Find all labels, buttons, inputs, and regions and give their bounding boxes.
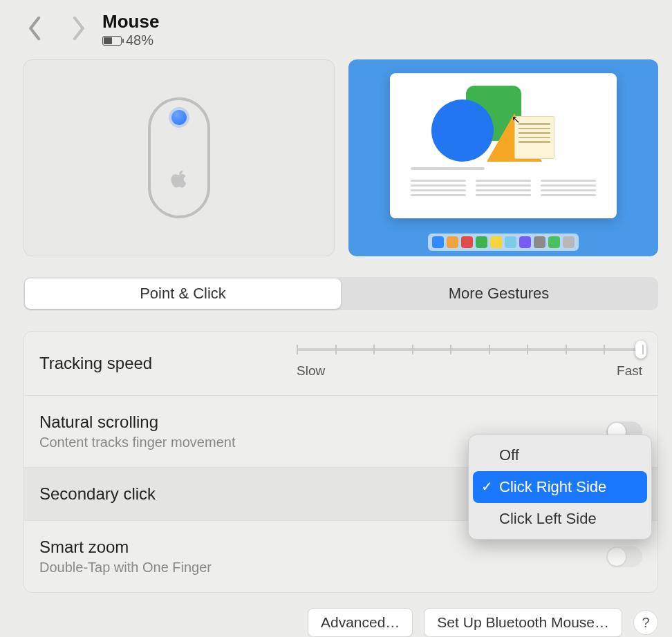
mouse-illustration [24, 59, 335, 256]
apple-logo-icon [170, 169, 188, 189]
gesture-preview: ↖ [348, 59, 658, 256]
smart-zoom-toggle[interactable] [606, 546, 642, 567]
row-secondary-click: Secondary click Off Click Right Side Cli… [24, 468, 657, 521]
cursor-icon: ↖ [512, 113, 521, 126]
smart-zoom-sub: Double-Tap with One Finger [39, 560, 212, 576]
slider-min-label: Slow [297, 363, 325, 379]
battery-status: 48% [102, 32, 159, 48]
tracking-speed-label: Tracking speed [39, 354, 152, 373]
secondary-click-option-left[interactable]: Click Left Side [473, 503, 647, 535]
tab-bar: Point & Click More Gestures [24, 277, 658, 310]
secondary-click-dropdown: Off Click Right Side Click Left Side [468, 435, 652, 540]
battery-percent: 48% [126, 32, 153, 48]
secondary-click-option-right[interactable]: Click Right Side [473, 471, 647, 503]
settings-list: Tracking speed Slow Fast Natural scrolli… [24, 331, 658, 593]
page-title: Mouse [102, 11, 159, 32]
natural-scrolling-label: Natural scrolling [39, 412, 235, 432]
battery-icon [102, 36, 122, 46]
forward-button[interactable] [71, 17, 86, 43]
row-tracking-speed: Tracking speed Slow Fast [24, 332, 657, 396]
advanced-button[interactable]: Advanced… [308, 608, 413, 637]
help-button[interactable]: ? [633, 610, 658, 635]
tracking-speed-slider[interactable]: Slow Fast [297, 348, 642, 379]
smart-zoom-label: Smart zoom [39, 538, 212, 557]
dock-illustration [428, 234, 579, 251]
tab-point-click[interactable]: Point & Click [25, 278, 341, 309]
setup-bluetooth-button[interactable]: Set Up Bluetooth Mouse… [424, 608, 622, 637]
back-button[interactable] [28, 17, 43, 43]
slider-max-label: Fast [617, 363, 642, 379]
secondary-click-option-off[interactable]: Off [473, 439, 647, 471]
tab-more-gestures[interactable]: More Gestures [341, 278, 657, 309]
secondary-click-label: Secondary click [39, 484, 156, 504]
natural-scrolling-sub: Content tracks finger movement [39, 435, 235, 450]
